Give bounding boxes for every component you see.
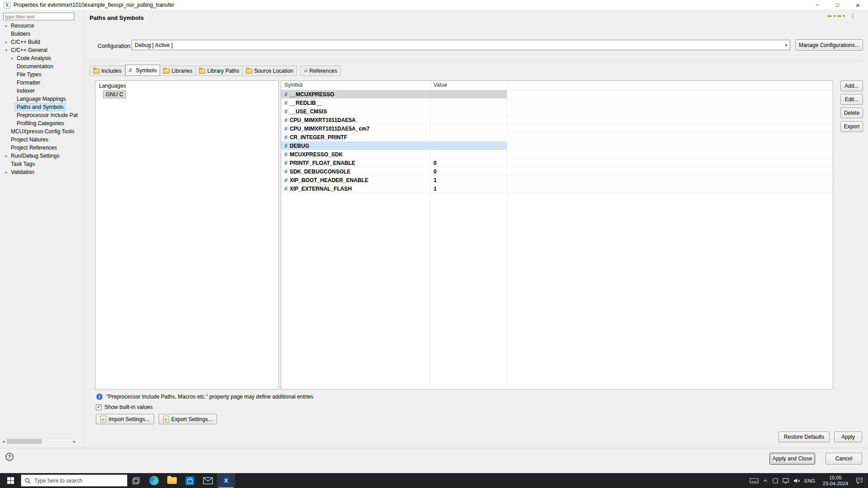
collapsed-arrow-icon[interactable]: ▸ [4, 154, 9, 158]
sidebar-item-project-references[interactable]: Project References [1, 144, 83, 152]
sidebar-item-code-analysis[interactable]: ▸Code Analysis [1, 54, 83, 62]
taskbar-mail-button[interactable] [199, 473, 217, 488]
show-builtin-checkbox[interactable]: ✔ [96, 404, 102, 410]
symbol-row[interactable]: #CR_INTEGER_PRINTF [281, 133, 507, 141]
volume-button[interactable] [791, 473, 802, 488]
taskbar-mcuxpresso-button[interactable]: X [217, 473, 235, 488]
sidebar-item-formatter[interactable]: Formatter [1, 79, 83, 87]
symbol-row[interactable]: #MCUXPRESSO_SDK [281, 150, 507, 159]
symbol-column-header[interactable]: Symbol [284, 82, 302, 88]
apply-and-close-button[interactable]: Apply and Close [769, 453, 815, 465]
expanded-arrow-icon[interactable]: ▾ [4, 48, 9, 52]
sidebar-item-file-types[interactable]: File Types [1, 70, 83, 79]
sidebar-item-mcuxpresso-config-tools[interactable]: MCUXpresso Config Tools [1, 127, 83, 136]
collapsed-arrow-icon[interactable]: ▸ [9, 56, 15, 61]
scrollbar-thumb[interactable] [7, 439, 42, 444]
tab-includes[interactable]: Includes [90, 66, 125, 76]
collapsed-arrow-icon[interactable]: ▸ [4, 23, 9, 28]
taskbar-search[interactable] [21, 474, 127, 487]
symbol-row[interactable]: #__REDLIB__ [281, 99, 507, 107]
touch-keyboard-button[interactable] [748, 473, 760, 488]
clock[interactable]: 15:05 23-04-2024 [817, 473, 854, 488]
language-item-gnu-c[interactable]: GNU C [104, 91, 126, 98]
sidebar-item-task-tags[interactable]: Task Tags [1, 160, 83, 168]
sidebar-item-label: C/C++ General [9, 47, 49, 54]
collapsed-arrow-icon[interactable]: ▸ [4, 170, 9, 174]
symbol-row[interactable]: #XIP_BOOT_HEADER_ENABLE1 [281, 176, 507, 184]
view-menu-icon[interactable]: ⋮ [850, 13, 856, 19]
clock-time: 15:05 [823, 475, 848, 481]
symbol-row[interactable]: #__MCUXPRESSO [281, 90, 507, 99]
sidebar-item-preprocessor-include-pat[interactable]: Preprocessor Include Pat [1, 111, 83, 119]
windows-logo-icon [7, 477, 14, 484]
tab-library-paths[interactable]: Library Paths [196, 66, 243, 76]
collapsed-arrow-icon[interactable]: ▸ [4, 40, 9, 44]
add-button[interactable]: Add... [840, 80, 863, 91]
scroll-right-arrow-icon[interactable]: ▸ [71, 439, 78, 444]
restore-defaults-button[interactable]: Restore Defaults [778, 432, 830, 442]
symbol-row[interactable]: #PRINTF_FLOAT_ENABLE0 [281, 159, 507, 167]
tab-source-location[interactable]: Source Location [243, 66, 297, 76]
maximize-button[interactable]: □ [827, 0, 848, 10]
import-settings-button[interactable]: Import Settings... [96, 414, 154, 424]
minimize-button[interactable]: − [807, 0, 827, 10]
sidebar-item-c-c-build[interactable]: ▸C/C++ Build [1, 38, 83, 46]
sidebar-item-resource[interactable]: ▸Resource [1, 22, 83, 30]
language-indicator[interactable]: ENG [802, 473, 817, 488]
start-button[interactable] [0, 473, 21, 488]
symbol-cell: #XIP_BOOT_HEADER_ENABLE [281, 177, 430, 183]
configuration-select[interactable]: Debug [ Active ] ▾ [132, 40, 790, 50]
tab-references[interactable]: ⇄References [300, 66, 341, 76]
hidden-icons-button[interactable] [760, 473, 770, 488]
taskbar-store-button[interactable] [181, 473, 199, 488]
sidebar-item-documentation[interactable]: Documentation [1, 62, 83, 70]
scroll-left-arrow-icon[interactable]: ◂ [0, 439, 7, 444]
tray-app-button[interactable] [770, 473, 780, 488]
network-button[interactable] [780, 473, 791, 488]
back-icon[interactable]: ⬅ [827, 13, 832, 19]
delete-button[interactable]: Delete [840, 108, 863, 118]
taskbar-file-explorer-button[interactable] [163, 473, 181, 488]
search-input[interactable] [33, 477, 127, 484]
manage-configurations-button[interactable]: Manage Configurations... [795, 39, 863, 51]
task-view-button[interactable] [127, 473, 145, 488]
mcuxpresso-icon: X [222, 476, 231, 485]
symbol-row[interactable]: #DEBUG [281, 141, 507, 150]
sidebar-item-builders[interactable]: Builders [1, 30, 83, 38]
value-column-header[interactable]: Value [434, 82, 447, 88]
sidebar-item-language-mappings[interactable]: Language Mappings [1, 95, 83, 103]
scrollbar-track[interactable] [7, 438, 71, 445]
sidebar-item-paths-and-symbols[interactable]: Paths and Symbols [1, 103, 83, 111]
help-icon[interactable]: ? [5, 453, 14, 461]
symbols-table: Symbol Value #__MCUXPRESSO#__REDLIB__#__… [281, 80, 833, 389]
close-button[interactable]: × [848, 0, 868, 10]
sidebar-item-c-c-general[interactable]: ▾C/C++ General [1, 46, 83, 54]
sidebar-hscrollbar[interactable]: ◂ ▸ [0, 437, 78, 445]
taskbar-edge-button[interactable] [145, 473, 163, 488]
forward-icon[interactable]: ➡ [837, 13, 842, 19]
sidebar-item-profiling-categories[interactable]: Profiling Categories [1, 119, 83, 127]
filter-input[interactable] [3, 13, 75, 20]
symbol-row[interactable]: #CPU_MIMXRT1011DAE5A_cm7 [281, 124, 507, 133]
app-icon: X [4, 2, 10, 9]
sidebar-item-project-natures[interactable]: Project Natures [1, 136, 83, 144]
separator [86, 61, 863, 61]
sidebar-item-indexer[interactable]: Indexer [1, 87, 83, 95]
symbol-row[interactable]: #XIP_EXTERNAL_FLASH1 [281, 184, 507, 193]
action-center-button[interactable] [854, 473, 865, 488]
apply-button[interactable]: Apply [834, 432, 862, 442]
cancel-button[interactable]: Cancel [826, 453, 862, 465]
export-button[interactable]: Export [840, 121, 863, 132]
show-desktop-button[interactable] [865, 473, 868, 488]
symbol-row[interactable]: #CPU_MIMXRT1011DAE5A [281, 116, 507, 124]
export-settings-button[interactable]: Export Settings... [159, 414, 217, 424]
symbol-row[interactable]: #SDK_DEBUGCONSOLE0 [281, 167, 507, 176]
symbol-row[interactable]: #__USE_CMSIS [281, 107, 507, 116]
forward-dropdown-icon[interactable]: ▾ [843, 14, 845, 18]
sidebar-item-run-debug-settings[interactable]: ▸Run/Debug Settings [1, 152, 83, 160]
tab-symbols[interactable]: #Symbols [125, 65, 160, 76]
tab-libraries[interactable]: Libraries [160, 66, 196, 76]
edit-button[interactable]: Edit... [840, 94, 863, 105]
sidebar-item-validation[interactable]: ▸Validation [1, 168, 83, 176]
back-dropdown-icon[interactable]: ▾ [834, 14, 835, 18]
